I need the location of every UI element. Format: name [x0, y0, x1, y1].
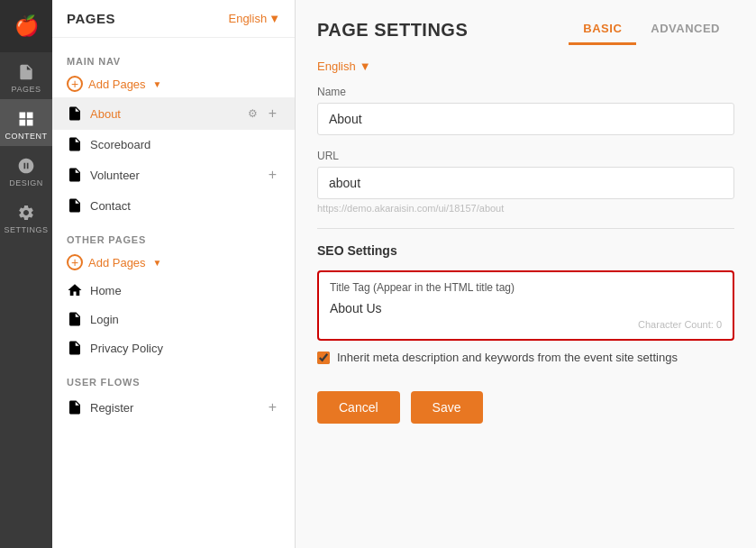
logo-icon: 🍎 — [14, 14, 39, 38]
settings-lang-dropdown[interactable]: English ▼ — [317, 59, 734, 73]
sidebar-item-content[interactable]: CONTENT — [0, 99, 52, 146]
nav-item-scoreboard[interactable]: Scoreboard — [52, 130, 295, 159]
nav-item-volunteer[interactable]: Volunteer + — [52, 159, 295, 191]
nav-item-register-add-btn[interactable]: + — [265, 397, 280, 417]
url-form-group: URL https://demo.akaraisin.com/ui/18157/… — [317, 150, 734, 214]
page-icon-volunteer — [67, 167, 83, 183]
nav-item-scoreboard-label: Scoreboard — [90, 138, 280, 151]
name-input[interactable] — [317, 103, 734, 135]
seo-section-title: SEO Settings — [317, 243, 734, 258]
title-tag-input[interactable] — [330, 301, 722, 315]
save-button[interactable]: Save — [411, 391, 483, 424]
lang-selector[interactable]: English ▼ — [228, 12, 280, 25]
url-hint: https://demo.akaraisin.com/ui/18157/abou… — [317, 203, 734, 214]
settings-body: English ▼ Name URL https://demo.akaraisi… — [296, 45, 756, 445]
nav-item-privacy[interactable]: Privacy Policy — [52, 333, 295, 362]
lang-arrow-icon: ▼ — [269, 12, 280, 25]
pages-icon — [17, 63, 35, 81]
add-pages-arrow-icon: ▼ — [153, 79, 162, 89]
inherit-checkbox[interactable] — [317, 352, 330, 364]
nav-body: MAIN NAV + Add Pages ▼ About ⚙ + Scorebo… — [52, 38, 295, 548]
settings-tabs: BASIC ADVANCED — [569, 14, 734, 45]
nav-item-contact[interactable]: Contact — [52, 191, 295, 220]
nav-item-volunteer-add-btn[interactable]: + — [265, 165, 280, 185]
nav-item-login[interactable]: Login — [52, 305, 295, 333]
nav-item-login-label: Login — [90, 313, 280, 326]
page-settings-title: PAGE SETTINGS — [317, 20, 468, 41]
icon-sidebar: 🍎 PAGES CONTENT DESIGN SETTINGS — [0, 0, 52, 548]
nav-item-privacy-label: Privacy Policy — [90, 342, 280, 355]
nav-header: PAGES English ▼ — [52, 0, 295, 38]
sidebar-settings-label: SETTINGS — [4, 225, 48, 234]
main-nav-add-pages-label: Add Pages — [88, 78, 146, 91]
page-icon-about — [67, 105, 83, 122]
page-icon-home — [67, 282, 83, 298]
page-settings-header: PAGE SETTINGS BASIC ADVANCED — [296, 0, 756, 45]
page-icon-register — [67, 399, 83, 416]
other-add-circle-plus-icon: + — [67, 254, 83, 270]
main-nav-add-pages-btn[interactable]: + Add Pages ▼ — [52, 70, 295, 97]
nav-item-home[interactable]: Home — [52, 276, 295, 305]
design-icon — [17, 157, 35, 175]
char-count: Character Count: 0 — [330, 319, 722, 330]
sidebar-item-design[interactable]: DESIGN — [0, 146, 52, 193]
sidebar-item-settings[interactable]: SETTINGS — [0, 193, 52, 240]
page-icon-login — [67, 311, 83, 327]
nav-item-about-settings-btn[interactable]: ⚙ — [244, 105, 261, 122]
sidebar-design-label: DESIGN — [9, 178, 43, 187]
page-icon-contact — [67, 197, 83, 214]
add-pages-circle-plus-icon: + — [67, 76, 83, 92]
other-pages-section-label: OTHER PAGES — [52, 227, 295, 249]
inherit-label: Inherit meta description and keywords fr… — [337, 350, 678, 366]
nav-item-about[interactable]: About ⚙ + — [52, 97, 295, 130]
seo-divider — [317, 228, 734, 229]
app-logo: 🍎 — [0, 0, 52, 52]
nav-item-about-actions: ⚙ + — [244, 104, 280, 123]
settings-lang-label: English — [317, 59, 356, 73]
other-add-pages-label: Add Pages — [88, 256, 146, 269]
name-form-group: Name — [317, 86, 734, 135]
nav-title: PAGES — [67, 11, 115, 26]
inherit-row: Inherit meta description and keywords fr… — [317, 350, 734, 366]
url-label: URL — [317, 150, 734, 162]
settings-lang-arrow-icon: ▼ — [360, 59, 371, 73]
page-icon-scoreboard — [67, 136, 83, 152]
cancel-button[interactable]: Cancel — [317, 391, 400, 424]
url-input[interactable] — [317, 167, 734, 199]
sidebar-content-label: CONTENT — [5, 132, 48, 141]
nav-item-contact-label: Contact — [90, 199, 280, 213]
nav-item-register-label: Register — [90, 401, 265, 415]
form-actions: Cancel Save — [317, 384, 734, 431]
settings-icon — [17, 204, 35, 222]
lang-label: English — [228, 12, 267, 25]
other-pages-add-btn[interactable]: + Add Pages ▼ — [52, 249, 295, 276]
page-icon-privacy — [67, 340, 83, 356]
main-content: PAGE SETTINGS BASIC ADVANCED English ▼ N… — [296, 0, 756, 548]
other-add-pages-arrow-icon: ▼ — [153, 258, 162, 268]
nav-item-volunteer-label: Volunteer — [90, 169, 265, 182]
tab-basic[interactable]: BASIC — [569, 14, 636, 45]
title-tag-box: Title Tag (Appear in the HTML title tag)… — [317, 270, 734, 341]
nav-panel: PAGES English ▼ MAIN NAV + Add Pages ▼ A… — [52, 0, 296, 548]
sidebar-pages-label: PAGES — [12, 85, 41, 94]
name-label: Name — [317, 86, 734, 98]
nav-item-home-label: Home — [90, 284, 280, 297]
sidebar-item-pages[interactable]: PAGES — [0, 52, 52, 99]
main-nav-section-label: MAIN NAV — [52, 49, 295, 70]
title-tag-label: Title Tag (Appear in the HTML title tag) — [330, 281, 722, 294]
user-flows-section-label: USER FLOWS — [52, 370, 295, 391]
content-icon — [17, 110, 35, 128]
nav-item-register[interactable]: Register + — [52, 391, 295, 424]
nav-item-about-add-btn[interactable]: + — [265, 104, 280, 123]
tab-advanced[interactable]: ADVANCED — [636, 14, 734, 45]
nav-item-about-label: About — [90, 107, 244, 121]
